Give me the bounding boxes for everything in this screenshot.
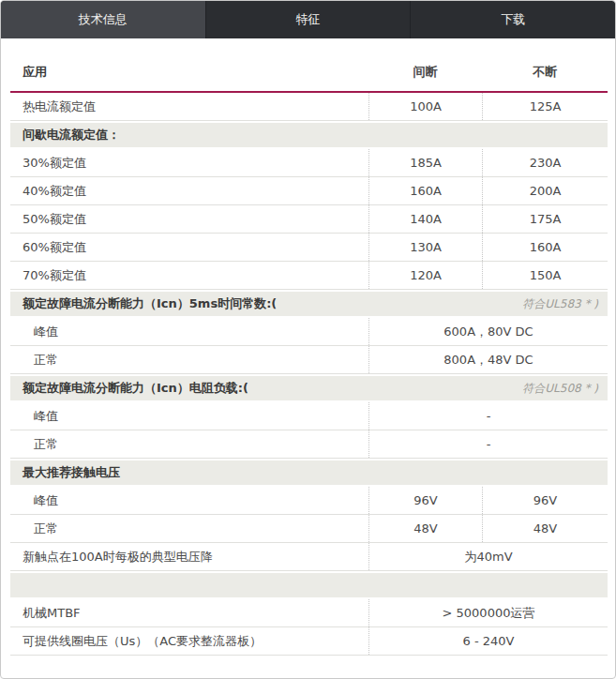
tab-downloads[interactable]: 下载	[411, 1, 615, 38]
row-value-intermittent: 120A	[368, 262, 482, 289]
row-label: 热电流额定值	[10, 98, 368, 115]
row-label: 新触点在100A时每极的典型电压降	[10, 549, 368, 566]
row-label: 峰值	[10, 492, 368, 509]
table-row: 热电流额定值100A125A	[10, 93, 608, 121]
row-value-intermittent: 160A	[368, 177, 482, 204]
row-value-merged: -	[368, 402, 608, 430]
table-row: 50%额定值140A175A	[10, 205, 608, 234]
table-row: 新触点在100A时每极的典型电压降为40mV	[10, 543, 608, 571]
table-row: 70%额定值120A150A	[10, 262, 608, 290]
section-note: 符合UL583 * )	[522, 296, 608, 312]
spec-table-body: 热电流额定值100A125A间歇电流额定值：30%额定值185A230A40%额…	[10, 93, 608, 656]
row-value-intermittent: 48V	[368, 515, 482, 542]
column-header-continuous: 不断	[482, 53, 608, 91]
tab-bar: 技术信息 特征 下载	[1, 1, 615, 38]
tab-technical-info[interactable]: 技术信息	[1, 1, 206, 38]
table-row: 正常48V48V	[10, 515, 608, 543]
row-value-continuous: 200A	[482, 177, 608, 204]
row-label: 可提供线圈电压（Us）（AC要求整流器板）	[10, 633, 368, 650]
page: 技术信息 特征 下载 应用 间断 不断 热电流额定值100A125A间歇电流额定…	[0, 0, 616, 679]
row-label: 30%额定值	[10, 155, 368, 172]
row-value-merged: -	[368, 430, 608, 458]
table-row: 峰值96V96V	[10, 487, 608, 515]
tab-features[interactable]: 特征	[206, 1, 412, 38]
row-label: 40%额定值	[10, 183, 368, 200]
row-value-merged: > 5000000运营	[368, 599, 608, 626]
table-row: 可提供线圈电压（Us）（AC要求整流器板）6 - 240V	[10, 627, 608, 656]
table-row: 峰值-	[10, 402, 608, 430]
table-row: 30%额定值185A230A	[10, 149, 608, 177]
column-header-intermittent: 间断	[368, 53, 482, 91]
table-row: 60%额定值130A160A	[10, 234, 608, 262]
row-label: 60%额定值	[10, 239, 368, 256]
row-label: 机械MTBF	[10, 605, 368, 622]
row-value-continuous: 230A	[482, 149, 608, 176]
table-header-row: 应用 间断 不断	[10, 53, 608, 93]
row-value-intermittent: 140A	[368, 205, 482, 233]
column-header-application: 应用	[10, 64, 368, 81]
row-label: 正常	[10, 352, 368, 369]
table-row: 机械MTBF> 5000000运营	[10, 599, 608, 627]
row-value-intermittent: 100A	[368, 93, 482, 120]
row-value-merged: 600A，80V DC	[368, 318, 608, 345]
table-row: 峰值600A，80V DC	[10, 318, 608, 346]
row-value-continuous: 150A	[482, 262, 608, 289]
row-label: 正常	[10, 521, 368, 537]
table-row: 正常800A，48V DC	[10, 346, 608, 374]
row-value-continuous: 48V	[482, 515, 608, 542]
section-label: 额定故障电流分断能力（Icn）5ms时间常数:(	[10, 295, 277, 312]
row-value-merged: 800A，48V DC	[368, 346, 608, 373]
section-note: 符合UL508 * )	[522, 381, 608, 397]
row-value-continuous: 160A	[482, 234, 608, 261]
section-header-row: 额定故障电流分断能力（Icn）电阻负载:(符合UL508 * )	[10, 376, 608, 400]
section-header-row: 最大推荐接触电压	[10, 460, 608, 485]
row-value-merged: 为40mV	[368, 543, 608, 570]
row-label: 正常	[10, 436, 368, 453]
section-label: 额定故障电流分断能力（Icn）电阻负载:(	[10, 380, 248, 397]
table-row: 40%额定值160A200A	[10, 177, 608, 205]
row-value-continuous: 175A	[482, 205, 608, 233]
section-header-row	[10, 573, 608, 597]
section-header-row: 间歇电流额定值：	[10, 123, 608, 147]
row-value-intermittent: 130A	[368, 234, 482, 261]
row-label: 峰值	[10, 324, 368, 340]
table-row: 正常-	[10, 430, 608, 459]
row-label: 50%额定值	[10, 211, 368, 228]
spec-table: 应用 间断 不断 热电流额定值100A125A间歇电流额定值：30%额定值185…	[10, 53, 608, 656]
row-value-intermittent: 96V	[368, 487, 482, 514]
row-value-intermittent: 185A	[368, 149, 482, 176]
row-label: 峰值	[10, 408, 368, 425]
section-label: 最大推荐接触电压	[10, 464, 120, 481]
section-label: 间歇电流额定值：	[10, 127, 120, 143]
row-value-continuous: 125A	[482, 93, 608, 120]
section-header-row: 额定故障电流分断能力（Icn）5ms时间常数:(符合UL583 * )	[10, 292, 608, 316]
row-value-merged: 6 - 240V	[368, 627, 608, 655]
row-value-continuous: 96V	[482, 487, 608, 514]
row-label: 70%额定值	[10, 267, 368, 284]
